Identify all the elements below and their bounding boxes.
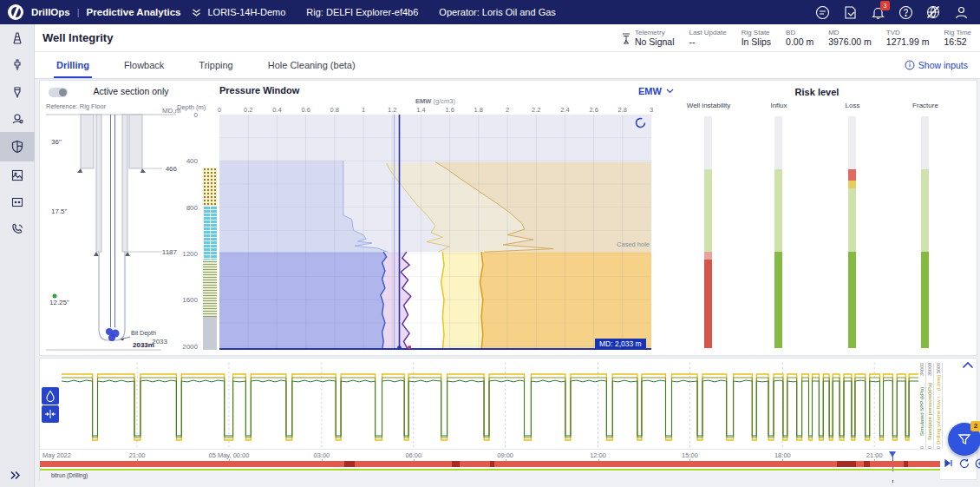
tabs: DrillingFlowbackTrippingHole Cleaning (b…: [54, 52, 358, 78]
depth-tick-400: 400: [186, 157, 198, 165]
lithology-gray: [203, 317, 217, 350]
time-strip-panel: 0Simulated SPP (kPa)340000Standpipe pres…: [39, 358, 977, 480]
emw-axis-label-unit: (g/cm3): [434, 97, 455, 105]
bit-depth-label: Bit Depth: [131, 330, 156, 337]
lithology-shale: [203, 260, 217, 318]
sidebar-item-support[interactable]: [0, 215, 35, 242]
droplet-icon: [45, 390, 56, 402]
emw-tick-1.8: 1.8: [468, 106, 489, 114]
sidebar-item-well-integrity[interactable]: [0, 132, 35, 161]
status-row: TelemetryNo SignalLast Update--Rig State…: [621, 29, 980, 47]
risk-segment: [921, 252, 929, 348]
status-bd: BD0.00 m: [786, 29, 813, 47]
slb-logo-icon[interactable]: [8, 4, 23, 20]
time-tick-09-00: 09:00: [475, 451, 536, 459]
risk-segment: [848, 169, 856, 181]
depth-tick-2000: 2000: [182, 343, 198, 351]
casing-size-36: 36": [51, 138, 62, 146]
well-selector-icon[interactable]: [191, 7, 202, 18]
emw-tick-0.6: 0.6: [296, 106, 317, 114]
risk-level-title: Risk level: [670, 87, 964, 97]
sidebar-item-rig[interactable]: [0, 24, 35, 51]
risk-bar-well-instability[interactable]: [704, 116, 712, 348]
status-last-update: Last Update--: [689, 29, 727, 47]
fluids-button[interactable]: [42, 387, 59, 405]
emw-axis-label-main: EMW: [415, 97, 431, 105]
activity-segment: [452, 461, 459, 467]
history-icon[interactable]: [958, 457, 970, 469]
status-value: 16:52: [944, 36, 971, 47]
activity-segment: [837, 461, 857, 467]
lithology-column: [203, 115, 217, 350]
tab-tripping[interactable]: Tripping: [196, 52, 235, 78]
value-axis-simulated-spp-kpa: 0Simulated SPP (kPa)34000: [918, 363, 926, 449]
time-tick-18-00: 18:00: [752, 451, 813, 459]
show-inputs-label: Show inputs: [918, 60, 968, 70]
loading-spinner-icon: [635, 117, 646, 128]
skip-to-latest-icon[interactable]: [943, 457, 954, 469]
sidebar-item-panel[interactable]: [0, 188, 35, 215]
status-text: MD3976.00 m: [828, 29, 872, 47]
show-inputs-button[interactable]: Show inputs: [905, 52, 980, 78]
standpipe-pressure-trace: [62, 378, 918, 438]
alerts-fab-button[interactable]: 2: [948, 423, 980, 456]
help-icon[interactable]: [897, 3, 914, 21]
emw-selector-value: EMW: [638, 86, 662, 96]
rig-activity-bar[interactable]: [40, 461, 940, 467]
merge-arrows-icon: [44, 409, 56, 419]
status-value: 0.00 m: [786, 36, 813, 47]
message-icon[interactable]: [813, 3, 831, 21]
risk-segment: [848, 252, 856, 348]
risk-column-well-instability: Well instability: [670, 102, 748, 350]
tab-flowback[interactable]: Flowback: [121, 52, 167, 78]
time-strip-plot[interactable]: [62, 363, 918, 449]
emw-tick-2.2: 2.2: [526, 106, 546, 114]
sidebar-item-bha[interactable]: [0, 105, 35, 132]
collapse-panel-icon[interactable]: [962, 361, 974, 369]
collapse-tracks-button[interactable]: [42, 405, 59, 423]
risk-bar-fracture[interactable]: [921, 116, 929, 348]
network-off-icon[interactable]: [924, 3, 942, 21]
timeline-controls: [943, 457, 980, 469]
bell-icon[interactable]: 3: [869, 3, 886, 21]
time-tick-06-00: 06:00: [383, 451, 444, 459]
risk-column-influx: Influx: [740, 102, 818, 350]
drillops-app: DrillOps | Predictive Analytics LORIS-14…: [0, 0, 980, 487]
well-name[interactable]: LORIS-14H-Demo: [207, 7, 285, 17]
emw-tick-1.4: 1.4: [410, 106, 431, 114]
risk-bar-influx[interactable]: [774, 116, 782, 348]
pressure-window-plot[interactable]: [219, 115, 651, 350]
depth-tick-0: 0: [194, 111, 198, 119]
user-icon[interactable]: [952, 3, 970, 21]
time-tick-03-00: 03:00: [291, 451, 352, 459]
status-value: 3976.00 m: [828, 36, 872, 47]
product-name: DrillOps: [31, 7, 70, 17]
risk-segment: [704, 169, 712, 252]
lithology-lime: [203, 206, 217, 259]
sidebar-item-image[interactable]: [0, 161, 35, 188]
risk-segment: [704, 260, 712, 348]
risk-column-loss: Loss: [813, 102, 892, 350]
emw-unit-selector[interactable]: EMW: [638, 86, 674, 96]
expand-sidebar-icon[interactable]: [9, 470, 22, 481]
value-axis-drilling-volume-flow-r-l-min: 0Drilling volume flow r... (L/min)5000: [934, 363, 943, 449]
tab-hole-cleaning-beta[interactable]: Hole Cleaning (beta): [265, 52, 358, 78]
risk-segment: [774, 116, 782, 169]
tab-drilling[interactable]: Drilling: [54, 52, 92, 78]
time-tick-05-may-00-00: 05 May, 00:00: [199, 451, 259, 459]
risk-segment: [848, 181, 856, 188]
risk-bar-loss[interactable]: [848, 116, 856, 348]
activity-track-row: bitrun (Drilling): [40, 471, 940, 480]
sidebar-item-drill-bit[interactable]: [0, 78, 35, 105]
emw-tick-3: 3: [641, 106, 662, 114]
status-label: BD: [786, 29, 813, 36]
simulated-spp-trace: [62, 380, 918, 436]
emw-tick-1.2: 1.2: [382, 106, 402, 114]
report-icon[interactable]: [841, 3, 859, 21]
axis-max: 5000: [936, 363, 941, 373]
risk-segment: [704, 116, 712, 169]
sidebar-item-drillpipe[interactable]: [0, 51, 35, 78]
emw-tick-1: 1: [353, 106, 374, 114]
zoom-range-icon[interactable]: [974, 457, 980, 469]
active-section-toggle[interactable]: [49, 88, 68, 97]
